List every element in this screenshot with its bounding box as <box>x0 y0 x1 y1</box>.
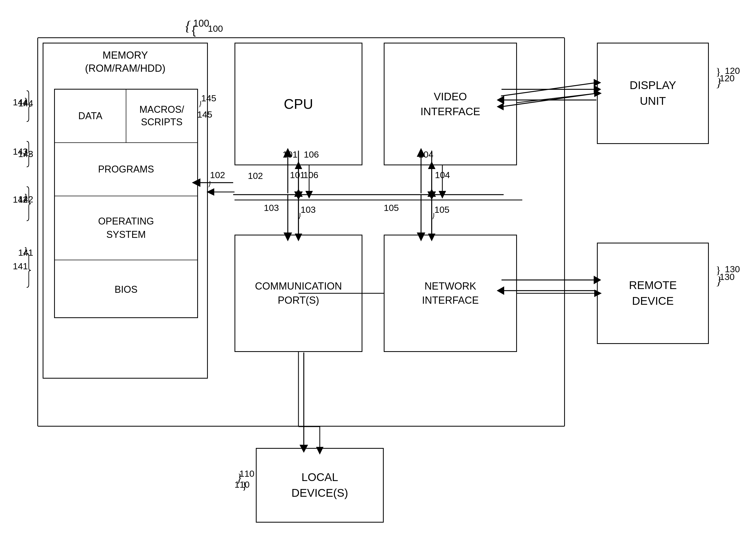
ref-103: 103 <box>264 203 279 213</box>
ref-130-curly: } <box>716 264 721 277</box>
memory-box: MEMORY(ROM/RAM/HDD) DATA MACROS/SCRIPTS … <box>43 43 208 379</box>
ref-142: 142 <box>18 194 33 204</box>
ref-120: 120 <box>725 66 740 76</box>
ref-120-curly: } <box>716 66 721 78</box>
comm-port-box: COMMUNICATIONPORT(S) <box>235 234 362 352</box>
ref-144: 144 <box>18 98 33 108</box>
local-device-box: LOCALDEVICE(S) <box>256 448 384 523</box>
video-interface-box: VIDEOINTERFACE <box>384 43 517 165</box>
remote-device-box: REMOTEDEVICE <box>597 242 709 344</box>
memory-inner-box: DATA MACROS/SCRIPTS PROGRAMS OPERATINGSY… <box>54 89 198 318</box>
ref-100: 100 <box>208 23 223 34</box>
cpu-box: CPU <box>235 43 362 165</box>
os-cell: OPERATINGSYSTEM <box>55 196 197 260</box>
memory-title: MEMORY(ROM/RAM/HDD) <box>43 43 207 78</box>
ref-145: 145 <box>197 109 212 120</box>
ref-130: 130 <box>725 264 740 275</box>
macros-cell: MACROS/SCRIPTS <box>126 90 197 142</box>
ref-110: 110 <box>235 479 250 490</box>
programs-cell: PROGRAMS <box>55 143 197 196</box>
ref-105: 105 <box>384 203 399 213</box>
ref-106: 106 <box>304 149 319 160</box>
display-unit-box: DISPLAYUNIT <box>597 43 709 144</box>
data-macros-row: DATA MACROS/SCRIPTS <box>55 90 197 143</box>
bios-cell: BIOS <box>55 260 197 319</box>
ref-104: 104 <box>418 149 434 160</box>
ref-100-curly: { <box>192 23 196 37</box>
data-cell: DATA <box>55 90 126 142</box>
ref-143: 143 <box>18 149 33 159</box>
ref-101: 101 <box>282 149 298 160</box>
diagram-container: { 100 MEMORY(ROM/RAM/HDD) DATA MACROS/SC… <box>16 16 741 539</box>
network-interface-box: NETWORKINTERFACE <box>384 234 517 352</box>
ref-102: 102 <box>248 171 263 181</box>
ref-141: 141 <box>18 247 33 258</box>
